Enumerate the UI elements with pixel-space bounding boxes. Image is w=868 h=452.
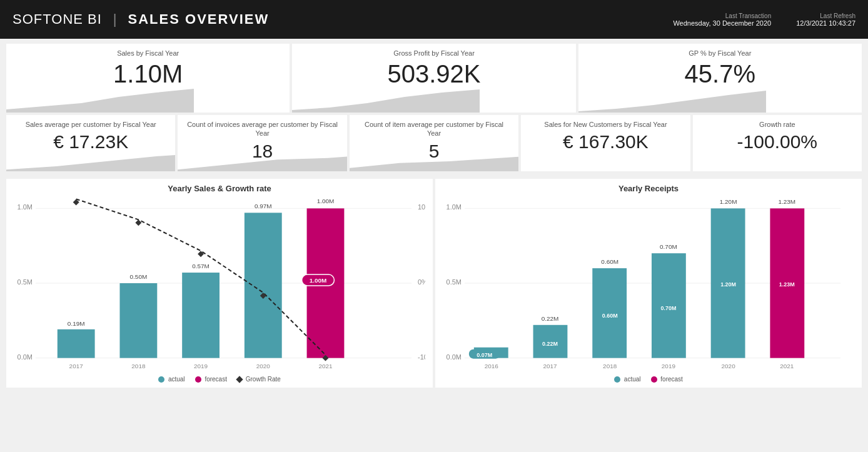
kpi-gp-percent-label: GP % by Fiscal Year bbox=[586, 49, 854, 58]
chart-yearly-sales-legend: actual forecast Growth Rate bbox=[14, 376, 425, 383]
kpi-gp-percent-sparkline bbox=[578, 88, 766, 113]
legend-growth-diamond bbox=[236, 376, 243, 383]
svg-text:0.70M: 0.70M bbox=[660, 305, 676, 311]
svg-text:2019: 2019 bbox=[194, 363, 208, 369]
charts-section: Yearly Sales & Growth rate 1.0M 0.5M 0.0… bbox=[0, 176, 868, 391]
legend-growth-rate: Growth Rate bbox=[237, 376, 281, 383]
chart-yearly-sales: Yearly Sales & Growth rate 1.0M 0.5M 0.0… bbox=[6, 179, 433, 388]
kpi-sales-sparkline bbox=[6, 88, 194, 113]
last-refresh-block: Last Refresh 12/3/2021 10:43:27 bbox=[796, 13, 855, 27]
svg-text:0.0M: 0.0M bbox=[447, 353, 462, 361]
brand-name: SOFTONE BI bbox=[13, 11, 102, 28]
diamond-2018 bbox=[135, 219, 141, 226]
svg-marker-2 bbox=[578, 91, 766, 113]
kpi-growth-rate-label: Growth rate bbox=[700, 120, 854, 129]
legend-forecast: forecast bbox=[195, 376, 227, 383]
legend-receipts-forecast: forecast bbox=[651, 376, 683, 383]
kpi-sales-label: Sales by Fiscal Year bbox=[14, 49, 282, 58]
legend-actual: actual bbox=[158, 376, 184, 383]
bar-2018 bbox=[119, 283, 157, 358]
svg-text:0.60M: 0.60M bbox=[601, 258, 618, 265]
svg-text:0.57M: 0.57M bbox=[192, 263, 209, 269]
legend-receipts-forecast-dot bbox=[651, 376, 657, 383]
legend-forecast-dot bbox=[195, 376, 201, 383]
kpi-gross-profit-value: 503.92K bbox=[300, 60, 568, 88]
kpi-gross-profit-sparkline bbox=[292, 88, 480, 113]
svg-text:2018: 2018 bbox=[131, 363, 146, 369]
kpi-gross-profit-label: Gross Profit by Fiscal Year bbox=[300, 49, 568, 58]
kpi-gp-percent-value: 45.7% bbox=[586, 60, 854, 88]
legend-receipts-actual: actual bbox=[614, 376, 640, 383]
kpi-sales-avg-sparkline bbox=[6, 146, 175, 171]
kpi-gp-percent-fiscal-year: GP % by Fiscal Year 45.7% bbox=[578, 44, 862, 113]
svg-text:1.20M: 1.20M bbox=[720, 198, 737, 205]
chart-yearly-receipts-area: 1.0M 0.5M 0.0M 0.07M 2016 0.22M bbox=[443, 196, 854, 373]
svg-text:0.60M: 0.60M bbox=[602, 313, 618, 319]
svg-marker-0 bbox=[6, 89, 194, 113]
svg-text:1.00M: 1.00M bbox=[310, 277, 327, 284]
svg-text:0.50M: 0.50M bbox=[130, 273, 148, 280]
svg-text:2020: 2020 bbox=[256, 363, 271, 369]
bar-2020 bbox=[245, 213, 282, 358]
svg-text:1.20M: 1.20M bbox=[720, 281, 736, 288]
kpi-row-2: Sales average per customer by Fiscal Yea… bbox=[6, 115, 862, 171]
svg-text:0.0M: 0.0M bbox=[18, 353, 33, 361]
chart-yearly-sales-area: 1.0M 0.5M 0.0M 100% 0% -100% 0.19M 2017 … bbox=[14, 196, 425, 373]
svg-text:2017: 2017 bbox=[543, 363, 557, 369]
kpi-new-customers-label: Sales for New Customers by Fiscal Year bbox=[528, 120, 682, 129]
kpi-item-avg: Count of item average per customer by Fi… bbox=[350, 115, 518, 171]
svg-text:1.0M: 1.0M bbox=[447, 203, 462, 211]
svg-text:0.22M: 0.22M bbox=[542, 341, 558, 347]
kpi-invoice-avg-label: Count of invoices average per customer b… bbox=[185, 120, 339, 138]
page-title: SALES OVERVIEW bbox=[128, 11, 270, 28]
kpi-sales-avg-customer: Sales average per customer by Fiscal Yea… bbox=[6, 115, 175, 171]
legend-receipts-actual-dot bbox=[614, 376, 620, 383]
legend-actual-dot bbox=[158, 376, 164, 383]
chart-yearly-receipts-title: Yearly Receipts bbox=[443, 184, 854, 193]
svg-text:0.97M: 0.97M bbox=[255, 203, 272, 209]
svg-text:1.23M: 1.23M bbox=[779, 281, 795, 288]
svg-text:2020: 2020 bbox=[722, 363, 736, 369]
svg-text:2016: 2016 bbox=[485, 363, 499, 369]
kpi-row-1: Sales by Fiscal Year 1.10M Gross Profit … bbox=[6, 44, 862, 113]
kpi-sales-fiscal-year: Sales by Fiscal Year 1.10M bbox=[6, 44, 290, 113]
kpi-new-customers: Sales for New Customers by Fiscal Year €… bbox=[521, 115, 690, 171]
header-meta: Last Transaction Wednesday, 30 December … bbox=[673, 13, 855, 27]
svg-text:0.70M: 0.70M bbox=[660, 243, 677, 250]
svg-text:0.5M: 0.5M bbox=[18, 278, 33, 286]
chart-yearly-receipts: Yearly Receipts 1.0M 0.5M 0.0M 0.07M 201… bbox=[435, 179, 862, 388]
svg-text:1.00M: 1.00M bbox=[317, 198, 335, 204]
last-transaction-value: Wednesday, 30 December 2020 bbox=[673, 19, 771, 27]
chart-yearly-receipts-svg: 1.0M 0.5M 0.0M 0.07M 2016 0.22M bbox=[443, 196, 854, 371]
svg-text:0.5M: 0.5M bbox=[447, 278, 462, 286]
kpi-new-customers-value: € 167.30K bbox=[528, 131, 682, 152]
svg-text:-100%: -100% bbox=[418, 353, 425, 361]
kpi-invoice-avg-sparkline bbox=[178, 146, 346, 171]
svg-text:0.07M: 0.07M bbox=[477, 352, 492, 358]
brand-section: SOFTONE BI | SALES OVERVIEW bbox=[13, 11, 269, 28]
svg-text:0.19M: 0.19M bbox=[68, 320, 85, 327]
kpi-invoice-avg: Count of invoices average per customer b… bbox=[178, 115, 346, 171]
svg-text:2018: 2018 bbox=[603, 363, 617, 369]
kpi-item-avg-label: Count of item average per customer by Fi… bbox=[357, 120, 511, 138]
svg-text:2021: 2021 bbox=[780, 363, 794, 369]
svg-text:1.23M: 1.23M bbox=[778, 198, 795, 205]
kpi-growth-rate: Growth rate -100.00% bbox=[693, 115, 862, 171]
header-divider: | bbox=[113, 11, 117, 28]
last-transaction-block: Last Transaction Wednesday, 30 December … bbox=[673, 13, 771, 27]
svg-marker-1 bbox=[292, 89, 480, 113]
chart-yearly-sales-title: Yearly Sales & Growth rate bbox=[14, 184, 425, 193]
last-transaction-label: Last Transaction bbox=[673, 13, 771, 19]
svg-marker-5 bbox=[350, 151, 518, 171]
svg-text:2017: 2017 bbox=[69, 363, 84, 369]
kpi-growth-rate-value: -100.00% bbox=[700, 131, 854, 152]
svg-text:0%: 0% bbox=[418, 278, 425, 286]
app-header: SOFTONE BI | SALES OVERVIEW Last Transac… bbox=[0, 0, 868, 39]
svg-text:100%: 100% bbox=[418, 203, 425, 211]
bar-2019 bbox=[182, 273, 220, 358]
bar-2017 bbox=[58, 329, 95, 358]
last-refresh-value: 12/3/2021 10:43:27 bbox=[796, 19, 855, 27]
svg-marker-3 bbox=[6, 149, 175, 171]
svg-text:2021: 2021 bbox=[318, 363, 333, 369]
svg-text:2019: 2019 bbox=[662, 363, 676, 369]
